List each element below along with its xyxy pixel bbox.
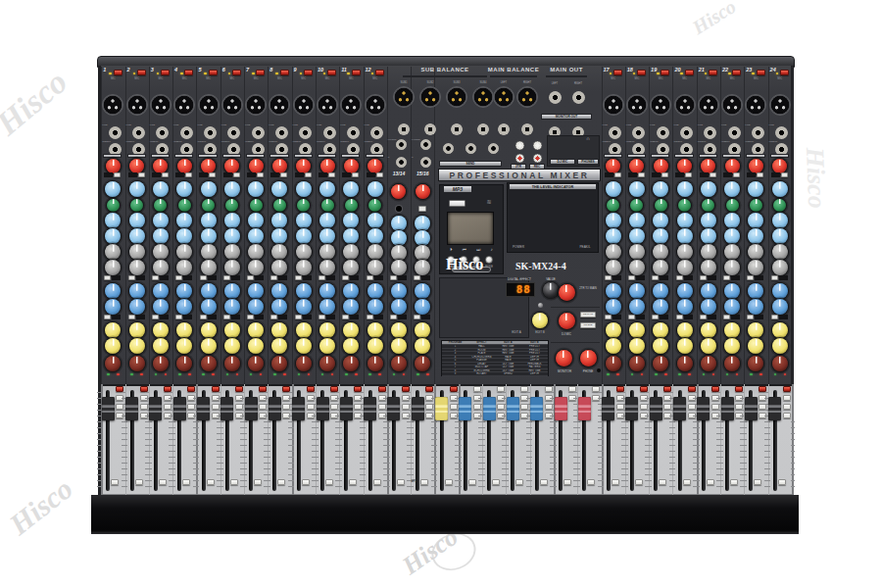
fader-bottom-button[interactable] [420, 479, 428, 485]
gain-knob[interactable] [677, 159, 692, 173]
pfl-button[interactable] [414, 315, 420, 319]
pre-button[interactable] [247, 275, 254, 280]
fader-cap[interactable] [245, 397, 258, 420]
eff2-send-knob[interactable] [772, 299, 788, 315]
sub1-assign-knob[interactable] [629, 322, 645, 338]
pan-knob[interactable] [677, 356, 693, 371]
pfl-button[interactable] [676, 315, 683, 319]
aux2-send-knob[interactable] [201, 260, 217, 275]
eff2-send-knob[interactable] [224, 299, 240, 315]
pre-button[interactable] [223, 275, 230, 280]
eff2-send-knob[interactable] [606, 299, 621, 315]
aux2-send-knob[interactable] [224, 260, 240, 275]
eq-mid-knob[interactable] [224, 213, 240, 228]
aux1-send-knob[interactable] [129, 244, 145, 260]
fader-cap[interactable] [697, 397, 710, 420]
fader-cap[interactable] [483, 397, 496, 420]
pre-button[interactable] [605, 275, 612, 280]
pfl-button[interactable] [747, 315, 754, 319]
dj-mic-level-knob[interactable] [559, 313, 575, 329]
gain-knob[interactable] [391, 184, 406, 199]
pre-button[interactable] [270, 275, 277, 280]
aux1-send-knob[interactable] [629, 244, 645, 260]
fader-bottom-button[interactable] [540, 479, 548, 485]
sub2-assign-knob[interactable] [319, 338, 335, 354]
fader-assign-button[interactable] [783, 413, 791, 418]
aux1-send-knob[interactable] [224, 244, 240, 260]
sub1-assign-knob[interactable] [319, 322, 335, 338]
pan-knob[interactable] [391, 356, 407, 371]
eq-mid-freq-knob[interactable] [225, 199, 238, 212]
aux2-send-knob[interactable] [772, 260, 788, 275]
eq-mid-freq-knob[interactable] [655, 199, 667, 212]
fader-bottom-button[interactable] [612, 479, 619, 485]
eff2-send-knob[interactable] [368, 299, 383, 315]
eff1-send-knob[interactable] [629, 283, 645, 299]
aux2-send-knob[interactable] [701, 260, 716, 275]
pre-button[interactable] [723, 275, 730, 280]
gain-knob[interactable] [749, 159, 763, 173]
fader-cap[interactable] [317, 397, 329, 420]
gain-knob[interactable] [224, 159, 239, 173]
eff2-send-knob[interactable] [129, 299, 145, 315]
fader-cap[interactable] [340, 397, 353, 420]
low-cut-button[interactable] [328, 172, 335, 177]
fader-cap[interactable] [197, 397, 210, 420]
eq-high-knob[interactable] [368, 181, 383, 197]
sub1-assign-knob[interactable] [224, 322, 240, 338]
phantom-48v-button[interactable] [280, 70, 289, 75]
pfl-button[interactable] [723, 315, 730, 319]
gain-knob[interactable] [368, 159, 382, 173]
aux2-send-knob[interactable] [629, 260, 645, 275]
low-cut-button[interactable] [209, 172, 216, 177]
pfl-button[interactable] [771, 315, 778, 319]
low-cut-button[interactable] [733, 172, 740, 177]
eff1-send-knob[interactable] [319, 283, 335, 299]
pan-knob[interactable] [129, 356, 145, 371]
aux1-send-knob[interactable] [368, 244, 383, 260]
pfl-button[interactable] [270, 315, 277, 319]
fader-bottom-button[interactable] [277, 479, 285, 485]
pan-knob[interactable] [296, 356, 312, 371]
fader-cap[interactable] [125, 397, 138, 420]
pre-button[interactable] [200, 275, 207, 280]
aux1-send-knob[interactable] [296, 244, 312, 260]
fader-cap[interactable] [149, 397, 162, 420]
gain-knob[interactable] [654, 159, 668, 173]
aux1-send-knob[interactable] [319, 244, 335, 260]
sub1-assign-knob[interactable] [606, 322, 621, 338]
fader-cap[interactable] [269, 397, 281, 420]
phantom-48v-button[interactable] [184, 70, 193, 75]
low-cut-button[interactable] [376, 172, 383, 177]
aux1-send-knob[interactable] [153, 244, 169, 260]
eff1-send-knob[interactable] [701, 283, 716, 299]
eq-mid-freq-knob[interactable] [273, 199, 286, 212]
eq-mid-freq-knob[interactable] [678, 199, 691, 212]
pfl-button[interactable] [700, 315, 707, 319]
fader-cap[interactable] [530, 397, 543, 420]
eff1-send-knob[interactable] [224, 283, 240, 299]
fader-bottom-button[interactable] [397, 479, 405, 485]
fader-bottom-button[interactable] [707, 479, 714, 485]
aux1-send-knob[interactable] [606, 244, 621, 260]
fader-cap[interactable] [673, 397, 686, 420]
pfl-button[interactable] [152, 315, 159, 319]
fader-bottom-button[interactable] [683, 479, 691, 485]
eq-mid-freq-knob[interactable] [607, 199, 619, 212]
sub1-assign-knob[interactable] [677, 322, 693, 338]
low-cut-button[interactable] [662, 172, 668, 177]
eff2-send-knob[interactable] [391, 299, 407, 315]
aux2-send-knob[interactable] [391, 260, 407, 275]
eq-high-knob[interactable] [129, 181, 145, 197]
phantom-48v-button[interactable] [209, 70, 218, 75]
fader-cap[interactable] [578, 397, 591, 420]
pre-button[interactable] [128, 275, 135, 280]
fader-cap[interactable] [102, 397, 115, 420]
sub1-assign-knob[interactable] [368, 322, 383, 338]
sub2-assign-knob[interactable] [391, 338, 407, 354]
gain-knob[interactable] [177, 159, 192, 173]
aux2-send-knob[interactable] [677, 260, 693, 275]
gain-knob[interactable] [296, 159, 311, 173]
aux2-send-knob[interactable] [129, 260, 145, 275]
aux1-send-knob[interactable] [201, 244, 217, 260]
